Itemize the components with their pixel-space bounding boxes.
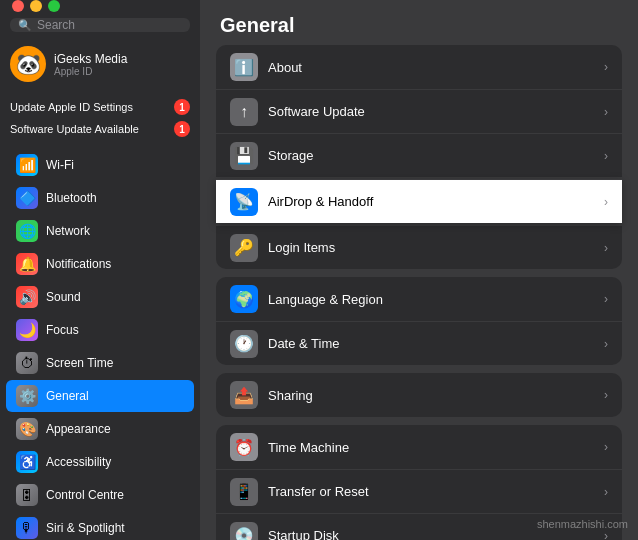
settings-groups: ℹ️ About › ↑ Software Update › 💾 Storage… xyxy=(200,45,638,540)
sidebar-item-appearance[interactable]: 🎨 Appearance xyxy=(6,413,194,445)
sidebar-item-screentime[interactable]: ⏱ Screen Time xyxy=(6,347,194,379)
sidebar-items: 📶 Wi-Fi 🔷 Bluetooth 🌐 Network 🔔 Notifica… xyxy=(0,148,200,540)
main-content: General ℹ️ About › ↑ Software Update › 💾… xyxy=(200,0,638,540)
settings-item-storage[interactable]: 💾 Storage › xyxy=(216,133,622,177)
transfer-reset-settings-icon: 📱 xyxy=(230,478,258,506)
sidebar-item-wifi[interactable]: 📶 Wi-Fi xyxy=(6,149,194,181)
settings-item-time-machine[interactable]: ⏰ Time Machine › xyxy=(216,425,622,469)
sidebar-label-siri: Siri & Spotlight xyxy=(46,521,125,535)
storage-chevron: › xyxy=(604,149,608,163)
software-update-settings-icon: ↑ xyxy=(230,98,258,126)
date-time-settings-icon: 🕐 xyxy=(230,330,258,358)
siri-icon: 🎙 xyxy=(16,517,38,539)
sidebar-item-focus[interactable]: 🌙 Focus xyxy=(6,314,194,346)
avatar: 🐼 xyxy=(10,46,46,82)
search-placeholder: Search xyxy=(37,18,75,32)
control-icon: 🎛 xyxy=(16,484,38,506)
transfer-reset-label: Transfer or Reset xyxy=(268,484,604,499)
notification-apple-id-badge: 1 xyxy=(174,99,190,115)
language-region-label: Language & Region xyxy=(268,292,604,307)
search-box[interactable]: 🔍 Search xyxy=(10,18,190,32)
time-machine-settings-icon: ⏰ xyxy=(230,433,258,461)
sidebar-label-focus: Focus xyxy=(46,323,79,337)
settings-item-transfer-reset[interactable]: 📱 Transfer or Reset › xyxy=(216,469,622,513)
watermark: shenmazhishi.com xyxy=(537,518,628,530)
login-items-settings-icon: 🔑 xyxy=(230,234,258,262)
sharing-settings-icon: 📤 xyxy=(230,381,258,409)
bluetooth-icon: 🔷 xyxy=(16,187,38,209)
settings-item-airdrop[interactable]: 📡 AirDrop & Handoff › xyxy=(216,179,622,223)
settings-item-date-time[interactable]: 🕐 Date & Time › xyxy=(216,321,622,365)
settings-item-login-items[interactable]: 🔑 Login Items › xyxy=(216,225,622,269)
language-region-settings-icon: 🌍 xyxy=(230,285,258,313)
sidebar-item-bluetooth[interactable]: 🔷 Bluetooth xyxy=(6,182,194,214)
sidebar-item-network[interactable]: 🌐 Network xyxy=(6,215,194,247)
sidebar-item-control[interactable]: 🎛 Control Centre xyxy=(6,479,194,511)
notification-software-update-badge: 1 xyxy=(174,121,190,137)
login-items-label: Login Items xyxy=(268,240,604,255)
notification-software-update[interactable]: Software Update Available 1 xyxy=(0,118,200,140)
close-button[interactable] xyxy=(12,0,24,12)
appearance-icon: 🎨 xyxy=(16,418,38,440)
date-time-chevron: › xyxy=(604,337,608,351)
about-settings-icon: ℹ️ xyxy=(230,53,258,81)
user-subtitle: Apple ID xyxy=(54,66,127,77)
sidebar-label-notifications: Notifications xyxy=(46,257,111,271)
sidebar-item-accessibility[interactable]: ♿ Accessibility xyxy=(6,446,194,478)
transfer-reset-chevron: › xyxy=(604,485,608,499)
sidebar-label-bluetooth: Bluetooth xyxy=(46,191,97,205)
sidebar-label-wifi: Wi-Fi xyxy=(46,158,74,172)
sidebar-label-appearance: Appearance xyxy=(46,422,111,436)
airdrop-chevron: › xyxy=(604,195,608,209)
sound-icon: 🔊 xyxy=(16,286,38,308)
sidebar-label-network: Network xyxy=(46,224,90,238)
airdrop-label: AirDrop & Handoff xyxy=(268,194,604,209)
sidebar-label-sound: Sound xyxy=(46,290,81,304)
sidebar-label-general: General xyxy=(46,389,89,403)
date-time-label: Date & Time xyxy=(268,336,604,351)
storage-label: Storage xyxy=(268,148,604,163)
sharing-label: Sharing xyxy=(268,388,604,403)
settings-item-sharing[interactable]: 📤 Sharing › xyxy=(216,373,622,417)
software-update-chevron: › xyxy=(604,105,608,119)
sharing-chevron: › xyxy=(604,388,608,402)
sidebar-item-notifications[interactable]: 🔔 Notifications xyxy=(6,248,194,280)
user-name: iGeeks Media xyxy=(54,52,127,66)
avatar-image: 🐼 xyxy=(16,52,41,76)
screentime-icon: ⏱ xyxy=(16,352,38,374)
time-machine-label: Time Machine xyxy=(268,440,604,455)
software-update-label: Software Update xyxy=(268,104,604,119)
wifi-icon: 📶 xyxy=(16,154,38,176)
sidebar-item-siri[interactable]: 🎙 Siri & Spotlight xyxy=(6,512,194,540)
login-items-chevron: › xyxy=(604,241,608,255)
focus-icon: 🌙 xyxy=(16,319,38,341)
sidebar-label-screentime: Screen Time xyxy=(46,356,113,370)
storage-settings-icon: 💾 xyxy=(230,142,258,170)
notification-apple-id[interactable]: Update Apple ID Settings 1 xyxy=(0,96,200,118)
settings-group-0: ℹ️ About › ↑ Software Update › 💾 Storage… xyxy=(216,45,622,269)
general-icon: ⚙️ xyxy=(16,385,38,407)
settings-item-language-region[interactable]: 🌍 Language & Region › xyxy=(216,277,622,321)
startup-disk-chevron: › xyxy=(604,529,608,541)
sidebar-label-control: Control Centre xyxy=(46,488,124,502)
sidebar-item-general[interactable]: ⚙️ General xyxy=(6,380,194,412)
sidebar-item-sound[interactable]: 🔊 Sound xyxy=(6,281,194,313)
minimize-button[interactable] xyxy=(30,0,42,12)
settings-group-2: 📤 Sharing › xyxy=(216,373,622,417)
settings-group-1: 🌍 Language & Region › 🕐 Date & Time › xyxy=(216,277,622,365)
sidebar: 🔍 Search 🐼 iGeeks Media Apple ID Update … xyxy=(0,0,200,540)
settings-item-about[interactable]: ℹ️ About › xyxy=(216,45,622,89)
user-profile[interactable]: 🐼 iGeeks Media Apple ID xyxy=(0,40,200,88)
about-label: About xyxy=(268,60,604,75)
section-title: General xyxy=(200,0,638,45)
airdrop-settings-icon: 📡 xyxy=(230,188,258,216)
user-info: iGeeks Media Apple ID xyxy=(54,52,127,77)
startup-disk-settings-icon: 💿 xyxy=(230,522,258,541)
network-icon: 🌐 xyxy=(16,220,38,242)
title-bar xyxy=(0,0,200,12)
about-chevron: › xyxy=(604,60,608,74)
accessibility-icon: ♿ xyxy=(16,451,38,473)
settings-item-software-update[interactable]: ↑ Software Update › xyxy=(216,89,622,133)
maximize-button[interactable] xyxy=(48,0,60,12)
language-region-chevron: › xyxy=(604,292,608,306)
